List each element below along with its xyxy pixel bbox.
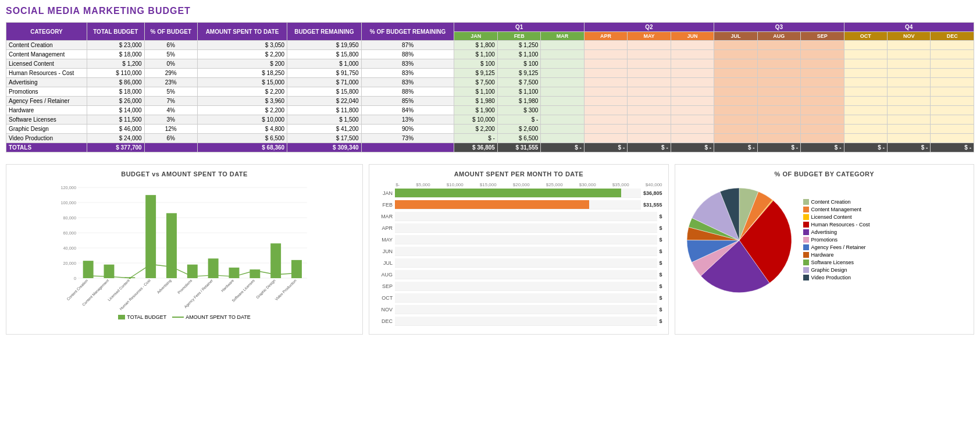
svg-point-48 [129, 277, 131, 279]
svg-text:Hardware: Hardware [220, 278, 235, 293]
svg-point-56 [295, 272, 298, 275]
hbar-bar-area [395, 293, 657, 303]
charts-row: BUDGET vs AMOUNT SPENT TO DATE 020,00040… [6, 164, 974, 335]
pie-legend-color-box [803, 222, 809, 228]
hbar-row: OCT$ [375, 293, 662, 303]
hbar-bar-area [395, 247, 657, 256]
svg-text:20,000: 20,000 [63, 261, 76, 266]
hbar-month-label: FEB [375, 202, 393, 208]
svg-point-51 [191, 275, 194, 278]
legend-budget-label: TOTAL BUDGET [127, 314, 166, 320]
pie-legend-label: Graphic Design [811, 267, 847, 273]
legend-amount-spent: AMOUNT SPENT TO DATE [172, 314, 251, 320]
col-header-pct: % OF BUDGET [144, 23, 197, 41]
pie-legend-label: Hardware [811, 252, 834, 258]
hbar-month-label: MAY [375, 237, 393, 243]
pie-legend-label: Content Creation [811, 199, 851, 205]
pie-legend-item: Promotions [803, 237, 870, 243]
pie-legend-item: Human Resources - Cost [803, 222, 870, 228]
col-header-spent: AMOUNT SPENT TO DATE [197, 23, 287, 41]
pie-legend-label: Video Production [811, 275, 851, 280]
col-header-q2: Q2 [584, 23, 714, 32]
svg-text:40,000: 40,000 [63, 246, 76, 251]
legend-budget-box [118, 315, 125, 319]
col-header-may: MAY [628, 32, 671, 41]
pie-legend-item: Video Production [803, 275, 870, 280]
svg-rect-32 [270, 243, 281, 278]
hbar-chart-container: AMOUNT SPENT PER MONTH TO DATE $-$5,000$… [369, 164, 668, 335]
page-title: SOCIAL MEDIA MARKETING BUDGET [6, 6, 974, 16]
hbar-row: APR$ [375, 223, 662, 233]
hbar-row: AUG$ [375, 270, 662, 279]
hbar-row: JUN$ [375, 247, 662, 256]
hbar-month-label: SEP [375, 283, 393, 289]
hbar-bar-area [395, 282, 657, 291]
pie-legend-label: Software Licenses [811, 260, 854, 265]
pie-legend-color-box [803, 244, 809, 250]
hbar-bar-area [395, 189, 641, 198]
pie-legend-label: Advertising [811, 229, 838, 235]
col-header-nov: NOV [887, 32, 930, 41]
svg-point-47 [108, 275, 111, 278]
col-header-jun: JUN [671, 32, 714, 41]
hbar-bar-area [395, 305, 657, 314]
col-header-aug: AUG [757, 32, 800, 41]
legend-total-budget: TOTAL BUDGET [118, 314, 166, 320]
hbar-value-label: $ [660, 225, 662, 231]
col-header-q3: Q3 [714, 23, 844, 32]
col-header-q4: Q4 [844, 23, 974, 32]
svg-point-54 [254, 269, 256, 272]
hbar-month-label: JUN [375, 248, 393, 254]
svg-rect-20 [145, 195, 156, 278]
pie-chart-title: % OF BUDGET BY CATEGORY [681, 171, 968, 177]
hbar-value-label: $36,805 [643, 190, 662, 196]
pie-legend-color-box [803, 260, 809, 265]
pie-legend-item: Graphic Design [803, 267, 870, 273]
pie-legend-item: Hardware [803, 252, 870, 258]
hbar-value-label: $ [660, 318, 662, 324]
svg-text:Graphic Design: Graphic Design [255, 278, 277, 300]
pie-legend-label: Promotions [811, 237, 838, 243]
table-row: Agency Fees / Retainer$ 26,0007%$ 3,960$… [6, 97, 974, 106]
table-row: Licensed Content$ 1,2000%$ 200$ 1,00083%… [6, 59, 974, 69]
hbar-bar-area [395, 258, 657, 268]
svg-text:Licensed Content: Licensed Content [107, 278, 130, 301]
pie-chart-container: % OF BUDGET BY CATEGORY Content Creation… [675, 164, 974, 335]
pie-legend: Content CreationContent ManagementLicens… [803, 199, 870, 282]
hbar-bar [395, 200, 589, 209]
hbar-bar-area [395, 235, 657, 244]
hbar-bar-area [395, 223, 657, 233]
hbar-row: JUL$ [375, 258, 662, 268]
hbar-value-label: $ [660, 214, 662, 219]
svg-text:Video Production: Video Production [274, 278, 297, 301]
svg-point-49 [149, 263, 152, 265]
table-row: Graphic Design$ 46,00012%$ 4,800$ 41,200… [6, 125, 974, 134]
svg-text:100,000: 100,000 [60, 200, 76, 205]
hbar-row: JAN$36,805 [375, 189, 662, 198]
svg-point-50 [170, 266, 173, 268]
hbar-month-label: AUG [375, 272, 393, 278]
pie-legend-color-box [803, 267, 809, 273]
table-row: Content Management$ 18,0005%$ 2,200$ 15,… [6, 50, 974, 59]
pie-legend-color-box [803, 199, 809, 205]
pie-legend-item: Licensed Content [803, 214, 870, 220]
hbar-month-label: OCT [375, 295, 393, 301]
hbar-value-label: $31,555 [643, 202, 662, 208]
table-row: Content Creation$ 23,0006%$ 3,050$ 19,95… [6, 41, 974, 50]
pie-legend-item: Content Creation [803, 199, 870, 205]
col-header-total: TOTAL BUDGET [87, 23, 144, 41]
col-header-sep: SEP [801, 32, 844, 41]
pie-legend-label: Human Resources - Cost [811, 222, 870, 228]
col-header-feb: FEB [497, 32, 540, 41]
svg-text:Content Creation: Content Creation [66, 278, 89, 301]
hbar-row: DEC$ [375, 317, 662, 326]
hbar-bar-area [395, 200, 641, 209]
pie-legend-color-box [803, 229, 809, 235]
col-header-category: CATEGORY [6, 23, 87, 41]
table-row: Hardware$ 14,0004%$ 2,200$ 11,80084%$ 1,… [6, 106, 974, 115]
pie-legend-color-box [803, 252, 809, 258]
hbar-row: SEP$ [375, 282, 662, 291]
svg-text:Advertising: Advertising [156, 278, 172, 294]
budget-table: CATEGORY TOTAL BUDGET % OF BUDGET AMOUNT… [6, 22, 974, 152]
hbar-value-label: $ [660, 283, 662, 289]
